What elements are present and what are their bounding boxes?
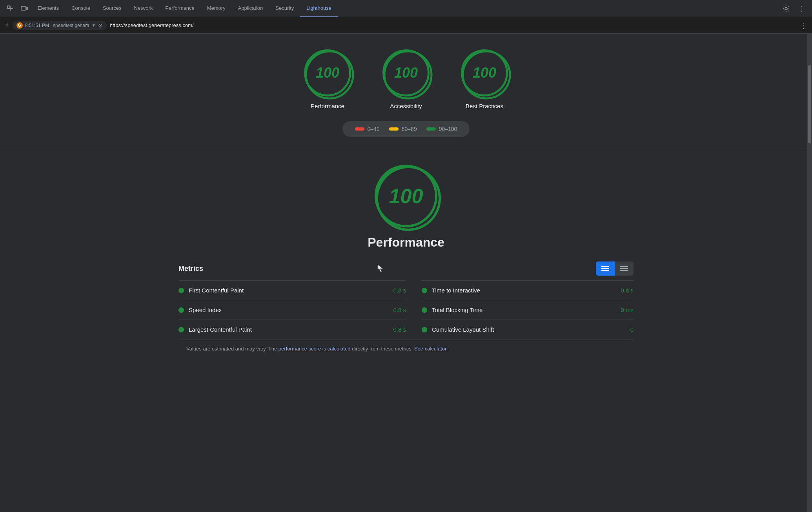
legend-item-red: 0–49 [355,126,380,132]
score-item-best-practices: 100 Best Practices [461,49,508,109]
tab-console[interactable]: Console [65,0,96,17]
metric-dot-fcp [178,288,184,293]
metric-name-tbt: Total Blocking Time [432,307,616,313]
session-text: 8:51:51 PM · speedtest.genera [25,23,89,28]
legend-dot-orange [389,127,399,131]
metric-value-cls: 0 [630,326,634,333]
metric-value-tti: 0.8 s [621,287,634,294]
tab-network[interactable]: Network [128,0,159,17]
performance-score-value: 100 [316,65,339,81]
scrollbar-thumb[interactable] [808,65,811,143]
tab-performance[interactable]: Performance [159,0,200,17]
devtools-tabs: Elements Console Sources Network Perform… [31,0,779,17]
session-label[interactable]: G 8:51:51 PM · speedtest.genera ▼ ⊘ [13,21,107,30]
metric-dot-cls [422,327,427,332]
tab-application[interactable]: Application [232,0,269,17]
perf-section: 100 Performance Metrics [171,149,641,374]
footer-text-after: directly from these metrics. [350,346,414,352]
best-practices-score-circle: 100 [461,49,508,96]
url-bar: + G 8:51:51 PM · speedtest.genera ▼ ⊘ ht… [0,17,812,34]
url-display: https://speedtest.generatepress.com/ [110,22,796,28]
perf-detail-score: 100 [389,184,423,208]
score-item-performance: 100 Performance [304,49,351,109]
best-practices-score-value: 100 [473,65,496,81]
score-item-accessibility: 100 Accessibility [382,49,430,109]
scrollbar-track[interactable] [807,34,812,512]
footer-link-calculator[interactable]: performance score is calculated [279,346,351,352]
metrics-left-col: First Contentful Paint 0.8 s Speed Index… [178,280,406,339]
footer-note: Values are estimated and may vary. The p… [178,339,634,358]
favicon: G [16,22,23,29]
chevron-down-icon: ▼ [92,23,96,27]
scores-row: 100 Performance 100 Accessibility [304,49,508,109]
metric-value-fcp: 0.8 s [393,287,406,294]
metrics-view-toggle [596,261,634,276]
metric-name-lcp: Largest Contentful Paint [189,326,388,333]
tab-sources[interactable]: Sources [96,0,128,17]
metric-row-tbt: Total Blocking Time 0 ms [422,300,634,320]
metric-dot-si [178,307,184,313]
legend-dot-red [355,127,364,131]
svg-rect-4 [26,7,28,10]
legend-range-red: 0–49 [368,126,380,132]
legend-dot-green [426,127,436,131]
metric-name-cls: Cumulative Layout Shift [432,326,626,333]
svg-rect-3 [21,6,26,10]
svg-rect-0 [7,6,10,8]
metrics-title: Metrics [178,265,203,273]
legend-range-green: 90–100 [439,126,457,132]
metric-value-tbt: 0 ms [621,307,634,313]
metric-value-lcp: 0.8 s [393,326,406,333]
scores-section: 100 Performance 100 Accessibility [0,34,812,149]
legend-item-green: 90–100 [426,126,457,132]
metric-name-si: Speed Index [189,307,388,313]
settings-icon[interactable] [779,2,793,16]
main-content: 100 Performance 100 Accessibility [0,34,812,512]
add-tab-button[interactable]: + [5,21,9,30]
metrics-grid: First Contentful Paint 0.8 s Speed Index… [178,280,634,339]
score-legend: 0–49 50–89 90–100 [342,121,470,137]
footer-link-see-calculator[interactable]: See calculator. [414,346,448,352]
performance-score-label: Performance [311,103,344,109]
metric-dot-tbt [422,307,427,313]
legend-item-orange: 50–89 [389,126,417,132]
metric-name-tti: Time to Interactive [432,287,616,294]
url-bar-more-icon[interactable]: ⋮ [799,21,807,30]
perf-detail-circle: 100 [375,165,437,227]
devtools-right-icons: ⋮ [779,2,809,16]
device-toggle-icon[interactable] [17,2,31,16]
devtools-topbar: Elements Console Sources Network Perform… [0,0,812,17]
accessibility-score-circle: 100 [382,49,430,96]
performance-score-circle: 100 [304,49,351,96]
grid-view-button[interactable] [615,261,634,276]
accessibility-score-value: 100 [394,65,418,81]
svg-point-5 [785,7,787,10]
metric-dot-tti [422,288,427,293]
metric-name-fcp: First Contentful Paint [189,287,388,294]
metric-row-fcp: First Contentful Paint 0.8 s [178,280,406,300]
legend-range-orange: 50–89 [402,126,417,132]
metrics-section: Metrics [171,261,641,358]
perf-detail-title: Performance [368,235,444,250]
tab-lighthouse[interactable]: Lighthouse [300,0,338,17]
best-practices-score-label: Best Practices [466,103,503,109]
stop-icon: ⊘ [98,22,103,29]
metrics-header: Metrics [178,261,634,276]
metric-value-si: 0.8 s [393,307,406,313]
metric-row-cls: Cumulative Layout Shift 0 [422,320,634,339]
metric-row-si: Speed Index 0.8 s [178,300,406,320]
tab-memory[interactable]: Memory [201,0,232,17]
footer-text-before: Values are estimated and may vary. The [186,346,279,352]
metric-row-lcp: Largest Contentful Paint 0.8 s [178,320,406,339]
tab-elements[interactable]: Elements [31,0,65,17]
inspect-icon[interactable] [3,2,17,16]
metric-dot-lcp [178,327,184,332]
accessibility-score-label: Accessibility [390,103,422,109]
more-options-icon[interactable]: ⋮ [795,2,809,16]
tab-security[interactable]: Security [269,0,300,17]
metrics-right-col: Time to Interactive 0.8 s Total Blocking… [406,280,634,339]
metric-row-tti: Time to Interactive 0.8 s [422,280,634,300]
list-view-button[interactable] [596,261,615,276]
